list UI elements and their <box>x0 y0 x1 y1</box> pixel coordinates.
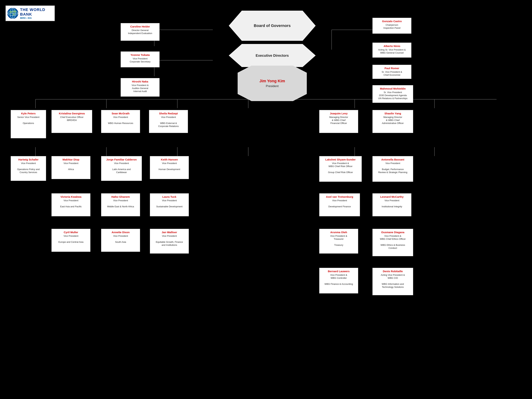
ousmane-diagana-box: Ousmane Diagana Vice President & WBG Chi… <box>372 229 413 256</box>
jorge-familiar-calderon-box: Jorge Familiar Calderon Vice President L… <box>101 156 142 181</box>
sean-mcgrath-box: Sean McGrath Vice President WBG Human Re… <box>101 110 140 133</box>
svg-point-28 <box>13 10 16 13</box>
caroline-heider-box: Caroline Heider Director General Indepen… <box>120 23 160 41</box>
kyle-peters-box: Kyle Peters Senior Vice President Operat… <box>11 110 46 138</box>
axel-van-trotsenburg-box: Axel van Trotsenburg Vice President Deve… <box>319 193 360 216</box>
denis-robitaille-box: Denis Robitaille Acting Vice President &… <box>372 268 413 295</box>
svg-point-27 <box>10 11 13 13</box>
logo-globe-icon <box>7 8 19 19</box>
bernard-lauwers-box: Bernard Lauwers Vice President & WBG Con… <box>319 268 358 293</box>
svg-point-29 <box>13 13 15 15</box>
hiroshi-naka-box: Hiroshi Naka Vice President & Auditor-Ge… <box>120 78 160 97</box>
president-box: Jim Yong Kim President <box>238 66 307 101</box>
jan-walliser-box: Jan Walliser Vice President Equitable Gr… <box>150 229 189 253</box>
leonard-mccarthy-box: Leonard McCarthy Vice President Institut… <box>372 193 412 216</box>
antonella-bassani-box: Antonella Bassani Vice President Budget,… <box>372 156 413 182</box>
arunma-oteh-box: Arunma Oteh Vice President & Treasurer T… <box>319 229 358 253</box>
victoria-kwakwa-box: Victoria Kwakwa Vice President East Asia… <box>51 193 90 216</box>
executive-directors: Executive Directors <box>229 44 316 67</box>
logo-sub: IBRD • IDA <box>20 17 53 19</box>
yvonne-tsikata-box: Yvonne Tsikata Vice President Corporate … <box>120 51 160 67</box>
joaquim-levy-box: Joaquim Levy Managing Director & WBG Chi… <box>319 110 358 133</box>
board-of-governors: Board of Governors <box>229 11 316 41</box>
paul-romer-box: Paul Romer Sr. Vice President & Chief Ec… <box>372 65 412 79</box>
kristalina-georgieva-box: Kristalina Georgieva Chief Executive Off… <box>51 110 92 133</box>
sheila-redzepi-box: Sheila Redzepi Vice President WBG Extern… <box>149 110 188 133</box>
gonzalo-castro-box: Gonzalo Castro Chairperson Inspection Pa… <box>372 18 412 34</box>
cyril-muller-box: Cyril Muller Vice President Europe and C… <box>51 229 90 252</box>
shaolin-yang-box: Shaolin Yang Managing Director & WBG Chi… <box>372 110 413 133</box>
makhtar-diop-box: Makhtar Diop Vice President Africa <box>51 156 90 179</box>
alberto-ninio-box: Alberto Ninio Acting Sr. Vice President … <box>372 43 412 58</box>
laura-tuck-box: Laura Tuck Vice President Sustainable De… <box>150 193 189 216</box>
keith-hansen-box: Keith Hansen Vice President Human Develo… <box>150 156 189 179</box>
lakshmi-shyam-sunder-box: Lakshmi Shyam-Sunder Vice President & WB… <box>319 156 362 182</box>
logo: THE WORLD BANK IBRD • IDA <box>5 5 55 21</box>
hafez-ghanem-box: Hafez Ghanem Vice President Middle East … <box>101 193 140 216</box>
mahmoud-mohieldin-box: Mahmoud Mohieldin Sr. Vice President 203… <box>372 85 413 103</box>
hartwig-schafer-box: Hartwig Schafer Vice President Operation… <box>11 156 46 181</box>
logo-title: THE WORLD BANK <box>20 7 53 17</box>
annette-dixon-box: Annette Dixon Vice President South Asia <box>101 229 140 252</box>
